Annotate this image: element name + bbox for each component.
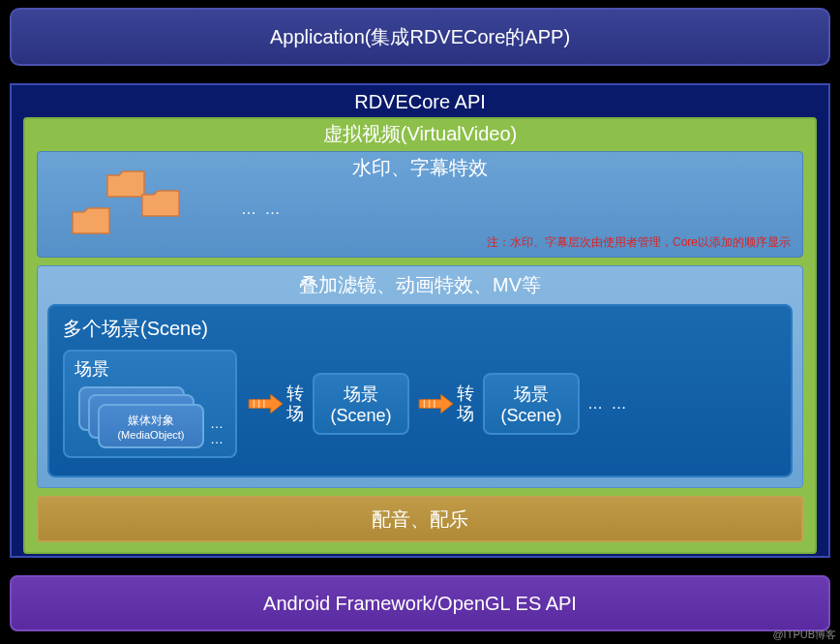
scene-sublabel: (Scene) — [330, 406, 391, 426]
media-object-card: 媒体对象 (MediaObject) — [98, 404, 204, 448]
ellipsis-text: … … — [241, 200, 282, 218]
virtual-video-container: 虚拟视频(VirtualVideo) 水印、字幕特效 … … 注：水印、字幕层次… — [23, 117, 817, 554]
dubbing-title: 配音、配乐 — [372, 506, 468, 533]
transition-block: 转场 — [247, 383, 305, 423]
scene-flow: 转场场景(Scene)转场场景(Scene)… … — [247, 373, 628, 435]
scene-box: 场景(Scene) — [313, 373, 409, 435]
media-object-stack: 媒体对象 媒体对象 媒体对象 (MediaObject) — [78, 386, 204, 445]
rdvecore-api-layer: RDVECore API 虚拟视频(VirtualVideo) 水印、字幕特效 … — [10, 83, 830, 558]
api-title: RDVECore API — [12, 85, 828, 117]
folder-icon — [140, 189, 181, 220]
transition-label: 转场 — [285, 383, 305, 423]
scene-sublabel: (Scene) — [500, 406, 561, 426]
application-title: Application(集成RDVECore的APP) — [270, 24, 570, 50]
watermark-title: 水印、字幕特效 — [38, 152, 802, 184]
media-sublabel: (MediaObject) — [100, 429, 202, 441]
watermark-tag: @ITPUB博客 — [772, 628, 836, 642]
ellipsis-text: … … — [210, 415, 225, 446]
application-layer: Application(集成RDVECore的APP) — [10, 8, 830, 66]
platform-title: Android Framework/OpenGL ES API — [263, 593, 577, 615]
dubbing-box: 配音、配乐 — [37, 496, 803, 542]
scene-detail-title: 场景 — [75, 357, 225, 386]
scene-box: 场景(Scene) — [483, 373, 580, 435]
platform-layer: Android Framework/OpenGL ES API — [10, 575, 830, 631]
ellipsis-text: … … — [587, 395, 628, 413]
scene-detail-box: 场景 媒体对象 媒体对象 媒体对象 — [63, 350, 237, 458]
watermark-note: 注：水印、字幕层次由使用者管理，Core以添加的顺序显示 — [487, 234, 791, 251]
effects-title: 叠加滤镜、动画特效、MV等 — [47, 270, 793, 304]
effects-box: 叠加滤镜、动画特效、MV等 多个场景(Scene) 场景 媒体对象 媒 — [37, 265, 803, 488]
scene-row: 场景 媒体对象 媒体对象 媒体对象 — [63, 350, 777, 458]
scenes-title: 多个场景(Scene) — [63, 314, 777, 350]
transition-label: 转场 — [456, 383, 475, 423]
scene-label: 场景 — [514, 383, 549, 406]
folder-icon — [71, 206, 111, 237]
virtual-video-title: 虚拟视频(VirtualVideo) — [25, 119, 815, 151]
transition-block: 转场 — [417, 383, 475, 423]
watermark-subtitle-box: 水印、字幕特效 … … 注：水印、字幕层次由使用者管理，Core以添加的顺序显示 — [37, 151, 803, 258]
media-label: 媒体对象 — [100, 413, 202, 429]
scene-label: 场景 — [344, 383, 378, 406]
scenes-container: 多个场景(Scene) 场景 媒体对象 媒体对象 — [47, 304, 793, 477]
